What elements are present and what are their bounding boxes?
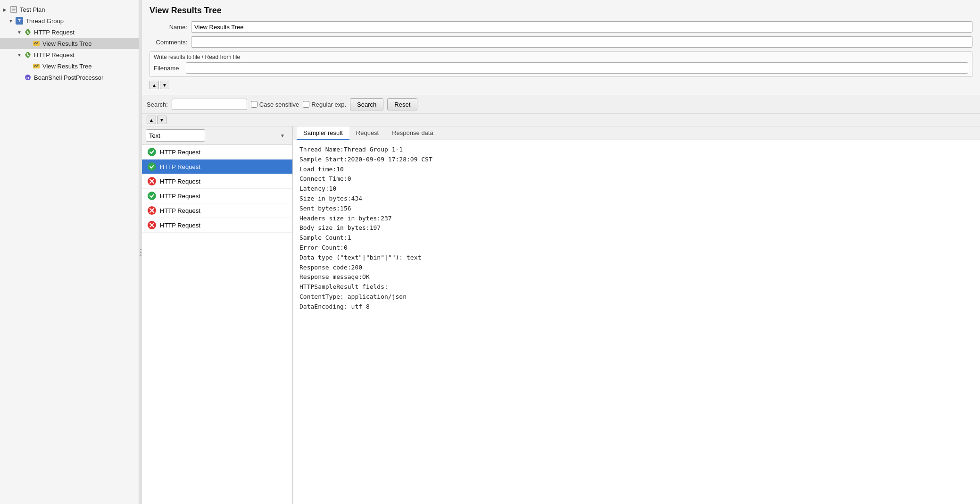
success-icon: [148, 148, 156, 156]
content-area: ▲ ▼ TextHTMLJSONXMLRegexp TesterCSS/JQue…: [142, 114, 980, 504]
tree-panel: ▶Test Plan▼TThread Group▼HTTP RequestVie…: [0, 0, 139, 504]
detail-line: Size in bytes:434: [299, 194, 973, 204]
request-label-req-2: HTTP Request: [160, 163, 200, 170]
detail-line: Error Count:0: [299, 243, 973, 253]
second-arrow-bar: ▲ ▼: [142, 114, 980, 126]
tree-arrow-icon: ▶: [3, 7, 9, 12]
write-results-title: Write results to file / Read from file: [154, 54, 968, 60]
tree-item-beanshell[interactable]: BBeanShell PostProcessor: [0, 72, 139, 83]
arrow-down-btn-2[interactable]: ▼: [157, 116, 166, 124]
arrow-down-btn-1[interactable]: ▼: [160, 81, 169, 89]
regular-exp-checkbox[interactable]: [303, 101, 309, 108]
case-sensitive-checkbox[interactable]: [251, 101, 257, 108]
detail-line: Sample Start:2020-09-09 17:28:09 CST: [299, 155, 973, 165]
request-item-req-5[interactable]: HTTP Request: [142, 203, 292, 218]
tree-item-thread-group[interactable]: ▼TThread Group: [0, 15, 139, 26]
tree-item-http-request-1[interactable]: ▼HTTP Request: [0, 26, 139, 38]
dropdown-arrow-icon: ▼: [280, 133, 285, 138]
request-label-req-4: HTTP Request: [160, 193, 200, 200]
tabs-bar: Sampler resultRequestResponse data: [293, 126, 980, 140]
tree-arrow-icon: ▼: [8, 18, 15, 24]
name-input[interactable]: [191, 21, 972, 33]
reset-button[interactable]: Reset: [387, 98, 417, 110]
svg-text:B: B: [26, 76, 29, 80]
arrow-up-btn-1[interactable]: ▲: [149, 81, 159, 89]
format-dropdown[interactable]: TextHTMLJSONXMLRegexp TesterCSS/JQuery T…: [146, 129, 205, 142]
arrow-up-btn-2[interactable]: ▲: [147, 116, 156, 124]
search-button[interactable]: Search: [350, 98, 383, 110]
detail-line: Sent bytes:156: [299, 204, 973, 214]
detail-line: Load time:10: [299, 165, 973, 175]
detail-line: Data type ("text"|"bin"|""): text: [299, 253, 973, 263]
main-split: TextHTMLJSONXMLRegexp TesterCSS/JQuery T…: [142, 126, 980, 504]
tree-label-beanshell: BeanShell PostProcessor: [34, 74, 103, 81]
arrow-buttons-1: ▲ ▼: [149, 81, 972, 89]
results-icon: [32, 62, 41, 70]
request-item-req-6[interactable]: HTTP Request: [142, 218, 292, 233]
search-input[interactable]: [172, 99, 247, 110]
filename-input[interactable]: [186, 62, 968, 74]
detail-content: Thread Name:Thread Group 1-1Sample Start…: [293, 140, 980, 504]
detail-line: ContentType: application/json: [299, 292, 973, 302]
beanshell-icon: B: [24, 73, 32, 82]
http-icon: [24, 50, 32, 59]
dropdown-bar: TextHTMLJSONXMLRegexp TesterCSS/JQuery T…: [142, 126, 292, 145]
detail-line: Thread Name:Thread Group 1-1: [299, 145, 973, 155]
regular-exp-group: Regular exp.: [303, 101, 346, 108]
testplan-icon: [9, 5, 18, 14]
right-panel: View Results Tree Name: Comments: Write …: [142, 0, 980, 504]
http-icon: [24, 28, 32, 36]
tree-item-test-plan[interactable]: ▶Test Plan: [0, 4, 139, 15]
error-icon: [148, 177, 156, 185]
tab-request[interactable]: Request: [349, 126, 385, 140]
success-icon: [148, 162, 156, 171]
detail-line: Sample Count:1: [299, 233, 973, 243]
write-results-section: Write results to file / Read from file F…: [149, 51, 972, 77]
tree-item-view-results-2[interactable]: View Results Tree: [0, 60, 139, 72]
divider-dots: [140, 249, 141, 256]
thread-icon: T: [15, 17, 24, 25]
request-item-req-1[interactable]: HTTP Request: [142, 145, 292, 160]
comments-label: Comments:: [149, 39, 187, 46]
detail-panel: Sampler resultRequestResponse data Threa…: [293, 126, 980, 504]
name-row: Name:: [149, 21, 972, 33]
success-icon: [148, 192, 156, 200]
search-label: Search:: [147, 101, 168, 108]
search-bar: Search: Case sensitive Regular exp. Sear…: [142, 95, 980, 114]
detail-line: HTTPSampleResult fields:: [299, 282, 973, 292]
dropdown-wrapper: TextHTMLJSONXMLRegexp TesterCSS/JQuery T…: [146, 129, 289, 142]
error-icon: [148, 221, 156, 229]
request-label-req-3: HTTP Request: [160, 178, 200, 185]
tree-label-view-results-2: View Results Tree: [42, 63, 92, 70]
comments-row: Comments:: [149, 36, 972, 48]
tree-label-test-plan: Test Plan: [20, 6, 45, 13]
comments-input[interactable]: [191, 36, 972, 48]
detail-line: DataEncoding: utf-8: [299, 302, 973, 312]
header-section: View Results Tree Name: Comments: Write …: [142, 0, 980, 95]
tree-arrow-icon: ▼: [17, 30, 24, 35]
request-item-req-3[interactable]: HTTP Request: [142, 174, 292, 189]
tree-arrow-icon: ▼: [17, 52, 24, 58]
request-label-req-6: HTTP Request: [160, 222, 200, 229]
regular-exp-label: Regular exp.: [311, 101, 346, 108]
request-item-req-4[interactable]: HTTP Request: [142, 189, 292, 203]
main-title: View Results Tree: [149, 6, 972, 16]
request-item-req-2[interactable]: HTTP Request: [142, 160, 292, 174]
request-list: HTTP RequestHTTP RequestHTTP RequestHTTP…: [142, 145, 292, 504]
error-icon: [148, 206, 156, 215]
tree-item-view-results-1[interactable]: View Results Tree: [0, 38, 139, 49]
request-label-req-1: HTTP Request: [160, 149, 200, 156]
filename-label: Filename: [154, 65, 182, 72]
detail-line: Response code:200: [299, 263, 973, 273]
detail-line: Headers size in bytes:237: [299, 214, 973, 224]
detail-line: Body size in bytes:197: [299, 223, 973, 233]
filename-row: Filename: [154, 62, 968, 74]
tab-response-data[interactable]: Response data: [385, 126, 440, 140]
tab-sampler-result[interactable]: Sampler result: [297, 126, 349, 140]
tree-label-view-results-1: View Results Tree: [42, 40, 92, 47]
name-label: Name:: [149, 24, 187, 31]
tree-item-http-request-2[interactable]: ▼HTTP Request: [0, 49, 139, 60]
case-sensitive-group: Case sensitive: [251, 101, 299, 108]
detail-line: Connect Time:0: [299, 174, 973, 184]
tree-label-thread-group: Thread Group: [25, 17, 64, 25]
